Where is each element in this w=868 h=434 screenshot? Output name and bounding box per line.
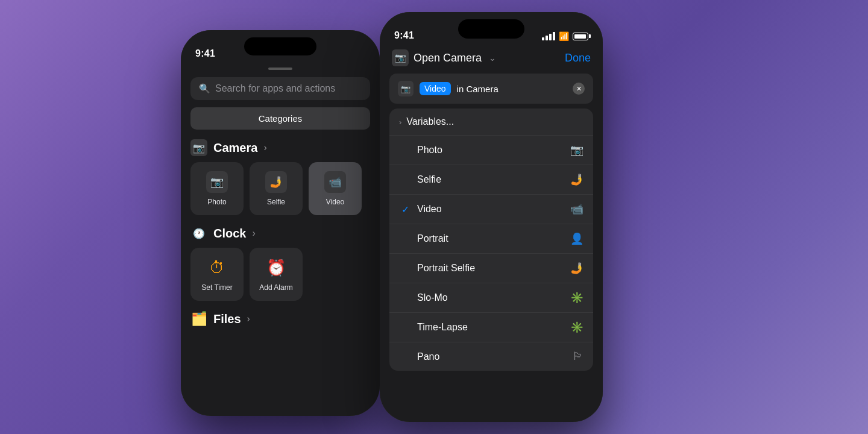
status-time-left: 9:41 [195, 48, 215, 59]
status-icons: 📶 [542, 31, 588, 41]
phone-right: 9:41 📶 [380, 12, 603, 422]
camera-photo-card[interactable]: 📷 Photo [190, 162, 244, 215]
photo-option-label: Photo [417, 145, 570, 156]
search-placeholder: Search for apps and actions [215, 83, 335, 94]
photo-icon: 📷 [206, 171, 228, 193]
dropdown-item-portrait-selfie[interactable]: Portrait Selfie 🤳 [389, 254, 593, 283]
header-camera-icon: 📷 [392, 49, 409, 66]
set-timer-card[interactable]: ⏱ Set Timer [190, 248, 244, 301]
camera-section-header: 📷 Camera › [181, 139, 380, 162]
clock-section-header: 🕐 Clock › [181, 225, 380, 248]
camera-section-arrow: › [263, 142, 266, 153]
timer-label: Set Timer [201, 283, 232, 292]
dropdown-item-slomo[interactable]: Slo-Mo ✳️ [389, 283, 593, 313]
slomo-option-icon: ✳️ [570, 291, 583, 304]
dropdown-item-pano[interactable]: Pano 🏳 [389, 342, 593, 371]
timer-icon: ⏱ [206, 257, 228, 278]
selfie-option-icon: 🤳 [570, 173, 583, 186]
camera-section-title: Camera [213, 141, 257, 155]
variables-item[interactable]: › Variables... [389, 108, 593, 136]
camera-section-icon: 📷 [190, 139, 207, 156]
search-icon: 🔍 [199, 83, 210, 94]
action-header: 📷 Open Camera ⌄ Done [380, 45, 603, 74]
dropdown-item-portrait[interactable]: Portrait 👤 [389, 224, 593, 254]
header-title-group: 📷 Open Camera ⌄ [392, 49, 496, 66]
portrait-selfie-option-icon: 🤳 [570, 262, 583, 275]
add-alarm-card[interactable]: ⏰ Add Alarm [250, 248, 303, 301]
timelapse-option-label: Time-Lapse [417, 322, 570, 333]
input-clear-button[interactable]: ✕ [573, 83, 585, 95]
variables-label: Variables... [406, 116, 454, 127]
portrait-option-label: Portrait [417, 233, 570, 244]
camera-video-card[interactable]: 📹 Video [309, 162, 362, 215]
categories-button[interactable]: Categories [190, 107, 370, 130]
input-token-video[interactable]: Video [420, 82, 451, 95]
wifi-icon: 📶 [559, 31, 569, 41]
slomo-option-label: Slo-Mo [417, 292, 570, 303]
drag-handle [268, 68, 292, 70]
header-title: Open Camera [414, 52, 482, 64]
files-section-title: Files [213, 312, 241, 326]
photo-option-icon: 📷 [570, 143, 583, 157]
files-section-icon: 🗂️ [190, 310, 207, 327]
dropdown-item-selfie[interactable]: Selfie 🤳 [389, 165, 593, 195]
selfie-option-label: Selfie [417, 174, 570, 185]
dropdown-item-photo[interactable]: Photo 📷 [389, 136, 593, 165]
dropdown-item-timelapse[interactable]: Time-Lapse ✳️ [389, 313, 593, 342]
header-chevron-icon: ⌄ [489, 53, 496, 63]
portrait-selfie-option-label: Portrait Selfie [417, 263, 570, 274]
battery-icon [573, 33, 588, 40]
variables-chevron-icon: › [399, 118, 401, 127]
dynamic-island-left [244, 37, 316, 55]
status-time-right: 9:41 [394, 30, 414, 41]
input-camera-icon: 📷 [398, 81, 414, 96]
done-button[interactable]: Done [565, 52, 591, 64]
video-option-icon: 📹 [570, 203, 583, 216]
selfie-icon: 🤳 [265, 171, 287, 193]
camera-selfie-card[interactable]: 🤳 Selfie [250, 162, 303, 215]
video-check-icon: ✓ [399, 204, 411, 215]
alarm-label: Add Alarm [259, 283, 292, 292]
signal-icon [542, 32, 555, 40]
input-row[interactable]: 📷 Video in Camera ✕ [389, 74, 593, 104]
dropdown-item-video[interactable]: ✓ Video 📹 [389, 195, 593, 224]
selfie-label: Selfie [267, 198, 285, 206]
video-icon: 📹 [324, 171, 346, 193]
timelapse-option-icon: ✳️ [570, 321, 583, 334]
camera-mode-dropdown[interactable]: › Variables... Photo 📷 Selfie 🤳 [389, 108, 593, 371]
photo-label: Photo [207, 198, 226, 206]
video-option-label: Video [417, 204, 570, 215]
clock-section-icon: 🕐 [190, 225, 207, 242]
pano-option-icon: 🏳 [573, 350, 583, 363]
camera-action-cards: 📷 Photo 🤳 Selfie 📹 Video [181, 162, 380, 225]
dynamic-island-right [458, 19, 524, 39]
input-suffix: in Camera [457, 84, 498, 94]
clock-section-title: Clock [213, 227, 246, 241]
phone-left: 9:41 🔍 Search for apps and actions Categ… [181, 30, 380, 416]
files-section-header: 🗂️ Files › [181, 310, 380, 333]
search-bar[interactable]: 🔍 Search for apps and actions [190, 77, 370, 100]
portrait-option-icon: 👤 [570, 232, 583, 245]
video-label: Video [326, 198, 344, 206]
pano-option-label: Pano [417, 351, 573, 362]
alarm-icon: ⏰ [265, 257, 287, 278]
clock-section-arrow: › [252, 228, 255, 239]
files-section-arrow: › [247, 313, 250, 324]
clock-action-cards: ⏱ Set Timer ⏰ Add Alarm [181, 248, 380, 310]
